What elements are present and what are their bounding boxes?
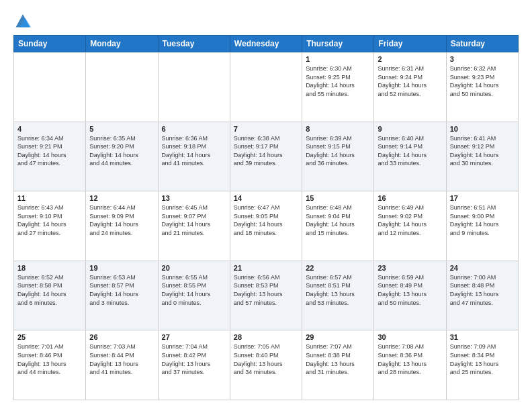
day-number: 2 bbox=[378, 55, 442, 63]
day-info: Sunrise: 6:43 AM Sunset: 9:10 PM Dayligh… bbox=[17, 203, 82, 237]
day-info: Sunrise: 6:31 AM Sunset: 9:24 PM Dayligh… bbox=[378, 64, 442, 98]
day-info: Sunrise: 6:35 AM Sunset: 9:20 PM Dayligh… bbox=[89, 134, 154, 168]
calendar-cell: 4Sunrise: 6:34 AM Sunset: 9:21 PM Daylig… bbox=[14, 122, 86, 191]
calendar-header-sunday: Sunday bbox=[14, 36, 86, 52]
calendar-header-thursday: Thursday bbox=[302, 36, 374, 52]
day-number: 5 bbox=[89, 125, 154, 133]
day-number: 17 bbox=[450, 194, 515, 202]
calendar-cell: 29Sunrise: 7:07 AM Sunset: 8:38 PM Dayli… bbox=[302, 330, 374, 400]
day-info: Sunrise: 6:34 AM Sunset: 9:21 PM Dayligh… bbox=[17, 134, 82, 168]
day-info: Sunrise: 7:08 AM Sunset: 8:36 PM Dayligh… bbox=[378, 342, 442, 376]
calendar-cell bbox=[14, 52, 86, 122]
calendar-cell: 31Sunrise: 7:09 AM Sunset: 8:34 PM Dayli… bbox=[446, 330, 518, 400]
day-info: Sunrise: 6:44 AM Sunset: 9:09 PM Dayligh… bbox=[89, 203, 154, 237]
calendar-cell: 14Sunrise: 6:47 AM Sunset: 9:05 PM Dayli… bbox=[230, 191, 302, 261]
day-info: Sunrise: 6:41 AM Sunset: 9:12 PM Dayligh… bbox=[450, 134, 515, 168]
calendar-week-4: 18Sunrise: 6:52 AM Sunset: 8:58 PM Dayli… bbox=[14, 261, 519, 330]
calendar-cell: 22Sunrise: 6:57 AM Sunset: 8:51 PM Dayli… bbox=[302, 261, 374, 330]
calendar-cell: 15Sunrise: 6:48 AM Sunset: 9:04 PM Dayli… bbox=[302, 191, 374, 261]
calendar-cell: 2Sunrise: 6:31 AM Sunset: 9:24 PM Daylig… bbox=[374, 52, 446, 122]
calendar-cell: 20Sunrise: 6:55 AM Sunset: 8:55 PM Dayli… bbox=[158, 261, 230, 330]
calendar-cell: 13Sunrise: 6:45 AM Sunset: 9:07 PM Dayli… bbox=[158, 191, 230, 261]
day-info: Sunrise: 6:39 AM Sunset: 9:15 PM Dayligh… bbox=[306, 134, 370, 168]
calendar-header-tuesday: Tuesday bbox=[158, 36, 230, 52]
calendar-week-3: 11Sunrise: 6:43 AM Sunset: 9:10 PM Dayli… bbox=[14, 191, 519, 261]
day-number: 8 bbox=[306, 125, 370, 133]
day-number: 23 bbox=[378, 264, 442, 272]
calendar-cell: 28Sunrise: 7:05 AM Sunset: 8:40 PM Dayli… bbox=[230, 330, 302, 400]
logo bbox=[13, 11, 35, 30]
day-number: 7 bbox=[234, 125, 298, 133]
day-number: 30 bbox=[378, 333, 442, 341]
calendar-cell: 12Sunrise: 6:44 AM Sunset: 9:09 PM Dayli… bbox=[86, 191, 158, 261]
day-number: 27 bbox=[162, 333, 226, 341]
day-info: Sunrise: 7:04 AM Sunset: 8:42 PM Dayligh… bbox=[162, 342, 226, 376]
day-number: 3 bbox=[450, 55, 515, 63]
calendar-cell: 16Sunrise: 6:49 AM Sunset: 9:02 PM Dayli… bbox=[374, 191, 446, 261]
calendar-cell: 27Sunrise: 7:04 AM Sunset: 8:42 PM Dayli… bbox=[158, 330, 230, 400]
day-info: Sunrise: 6:49 AM Sunset: 9:02 PM Dayligh… bbox=[378, 203, 442, 237]
calendar-week-1: 1Sunrise: 6:30 AM Sunset: 9:25 PM Daylig… bbox=[14, 52, 519, 122]
day-number: 14 bbox=[234, 194, 298, 202]
day-number: 31 bbox=[450, 333, 515, 341]
day-info: Sunrise: 6:51 AM Sunset: 9:00 PM Dayligh… bbox=[450, 203, 515, 237]
calendar-cell: 10Sunrise: 6:41 AM Sunset: 9:12 PM Dayli… bbox=[446, 122, 518, 191]
day-info: Sunrise: 7:07 AM Sunset: 8:38 PM Dayligh… bbox=[306, 342, 370, 376]
day-info: Sunrise: 6:55 AM Sunset: 8:55 PM Dayligh… bbox=[162, 273, 226, 307]
day-number: 16 bbox=[378, 194, 442, 202]
day-number: 1 bbox=[306, 55, 370, 63]
day-number: 18 bbox=[17, 264, 82, 272]
calendar-header-saturday: Saturday bbox=[446, 36, 518, 52]
day-info: Sunrise: 6:45 AM Sunset: 9:07 PM Dayligh… bbox=[162, 203, 226, 237]
day-number: 13 bbox=[162, 194, 226, 202]
calendar-cell: 23Sunrise: 6:59 AM Sunset: 8:49 PM Dayli… bbox=[374, 261, 446, 330]
calendar-week-5: 25Sunrise: 7:01 AM Sunset: 8:46 PM Dayli… bbox=[14, 330, 519, 400]
calendar-header-row: SundayMondayTuesdayWednesdayThursdayFrid… bbox=[14, 36, 519, 52]
day-number: 6 bbox=[162, 125, 226, 133]
day-info: Sunrise: 6:38 AM Sunset: 9:17 PM Dayligh… bbox=[234, 134, 298, 168]
calendar-cell: 5Sunrise: 6:35 AM Sunset: 9:20 PM Daylig… bbox=[86, 122, 158, 191]
day-info: Sunrise: 6:59 AM Sunset: 8:49 PM Dayligh… bbox=[378, 273, 442, 307]
day-info: Sunrise: 6:56 AM Sunset: 8:53 PM Dayligh… bbox=[234, 273, 298, 307]
day-number: 21 bbox=[234, 264, 298, 272]
calendar-cell: 8Sunrise: 6:39 AM Sunset: 9:15 PM Daylig… bbox=[302, 122, 374, 191]
day-info: Sunrise: 6:32 AM Sunset: 9:23 PM Dayligh… bbox=[450, 64, 515, 98]
day-number: 25 bbox=[17, 333, 82, 341]
calendar-cell bbox=[230, 52, 302, 122]
day-info: Sunrise: 6:40 AM Sunset: 9:14 PM Dayligh… bbox=[378, 134, 442, 168]
calendar-cell: 21Sunrise: 6:56 AM Sunset: 8:53 PM Dayli… bbox=[230, 261, 302, 330]
day-info: Sunrise: 6:52 AM Sunset: 8:58 PM Dayligh… bbox=[17, 273, 82, 307]
calendar-cell: 9Sunrise: 6:40 AM Sunset: 9:14 PM Daylig… bbox=[374, 122, 446, 191]
calendar-week-2: 4Sunrise: 6:34 AM Sunset: 9:21 PM Daylig… bbox=[14, 122, 519, 191]
calendar-cell: 11Sunrise: 6:43 AM Sunset: 9:10 PM Dayli… bbox=[14, 191, 86, 261]
calendar-cell: 19Sunrise: 6:53 AM Sunset: 8:57 PM Dayli… bbox=[86, 261, 158, 330]
page: SundayMondayTuesdayWednesdayThursdayFrid… bbox=[0, 0, 532, 411]
calendar-cell: 30Sunrise: 7:08 AM Sunset: 8:36 PM Dayli… bbox=[374, 330, 446, 400]
calendar-cell: 17Sunrise: 6:51 AM Sunset: 9:00 PM Dayli… bbox=[446, 191, 518, 261]
calendar-header-wednesday: Wednesday bbox=[230, 36, 302, 52]
day-number: 22 bbox=[306, 264, 370, 272]
day-info: Sunrise: 6:36 AM Sunset: 9:18 PM Dayligh… bbox=[162, 134, 226, 168]
day-number: 19 bbox=[89, 264, 154, 272]
day-info: Sunrise: 6:53 AM Sunset: 8:57 PM Dayligh… bbox=[89, 273, 154, 307]
day-number: 28 bbox=[234, 333, 298, 341]
day-number: 20 bbox=[162, 264, 226, 272]
day-info: Sunrise: 7:01 AM Sunset: 8:46 PM Dayligh… bbox=[17, 342, 82, 376]
calendar-header-friday: Friday bbox=[374, 36, 446, 52]
calendar-cell: 7Sunrise: 6:38 AM Sunset: 9:17 PM Daylig… bbox=[230, 122, 302, 191]
day-info: Sunrise: 7:09 AM Sunset: 8:34 PM Dayligh… bbox=[450, 342, 515, 376]
day-info: Sunrise: 7:00 AM Sunset: 8:48 PM Dayligh… bbox=[450, 273, 515, 307]
day-number: 15 bbox=[306, 194, 370, 202]
day-number: 11 bbox=[17, 194, 82, 202]
calendar-cell: 25Sunrise: 7:01 AM Sunset: 8:46 PM Dayli… bbox=[14, 330, 86, 400]
day-number: 29 bbox=[306, 333, 370, 341]
day-info: Sunrise: 7:03 AM Sunset: 8:44 PM Dayligh… bbox=[89, 342, 154, 376]
calendar-cell bbox=[158, 52, 230, 122]
calendar-table: SundayMondayTuesdayWednesdayThursdayFrid… bbox=[13, 35, 519, 400]
day-number: 10 bbox=[450, 125, 515, 133]
day-info: Sunrise: 7:05 AM Sunset: 8:40 PM Dayligh… bbox=[234, 342, 298, 376]
calendar-cell: 26Sunrise: 7:03 AM Sunset: 8:44 PM Dayli… bbox=[86, 330, 158, 400]
day-number: 9 bbox=[378, 125, 442, 133]
day-info: Sunrise: 6:48 AM Sunset: 9:04 PM Dayligh… bbox=[306, 203, 370, 237]
day-info: Sunrise: 6:47 AM Sunset: 9:05 PM Dayligh… bbox=[234, 203, 298, 237]
